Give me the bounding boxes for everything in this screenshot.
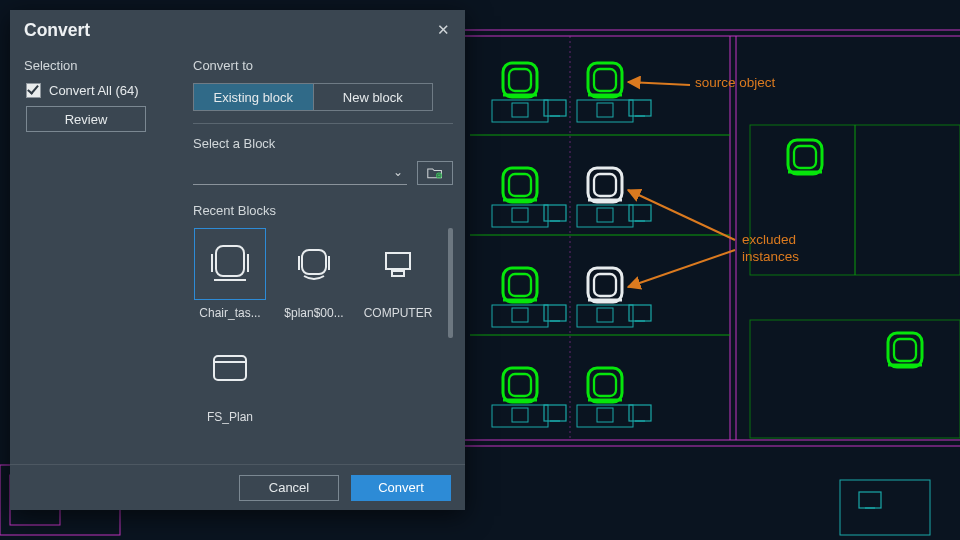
dialog-titlebar: Convert ✕: [10, 10, 465, 50]
recent-block-tile[interactable]: FS_Plan: [193, 332, 267, 424]
convert-button[interactable]: Convert: [351, 475, 451, 501]
toggle-new-block[interactable]: New block: [313, 84, 433, 110]
cancel-button[interactable]: Cancel: [239, 475, 339, 501]
recent-block-label: COMPUTER: [362, 306, 434, 320]
select-block-heading: Select a Block: [193, 134, 453, 151]
convert-to-panel: Convert to Existing block New block Sele…: [193, 56, 453, 464]
convert-dialog: Convert ✕ Selection Convert All (64) Rev…: [10, 10, 465, 510]
svg-rect-40: [214, 356, 246, 380]
svg-rect-38: [386, 253, 410, 269]
table-icon: [210, 350, 250, 386]
selection-heading: Selection: [24, 56, 179, 73]
recent-block-label: $plan$00...: [278, 306, 350, 320]
folder-plus-icon: [427, 166, 443, 180]
svg-line-27: [628, 250, 735, 287]
recent-block-label: FS_Plan: [194, 410, 266, 424]
recent-block-tile[interactable]: COMPUTER: [361, 228, 435, 320]
svg-rect-16: [750, 320, 960, 438]
svg-rect-31: [216, 246, 244, 276]
svg-line-26: [628, 190, 735, 240]
convert-all-label: Convert All (64): [49, 83, 139, 98]
svg-line-25: [628, 82, 690, 85]
chevron-down-icon: ⌄: [393, 165, 403, 179]
svg-rect-24: [840, 480, 930, 535]
browse-block-button[interactable]: [417, 161, 453, 185]
chair-icon: [210, 242, 250, 286]
scrollbar-thumb[interactable]: [448, 228, 453, 338]
convert-to-toggle: Existing block New block: [193, 83, 433, 111]
review-button[interactable]: Review: [26, 106, 146, 132]
close-icon[interactable]: ✕: [433, 20, 453, 40]
divider: [193, 123, 453, 124]
recent-block-tile[interactable]: Chair_tas...: [193, 228, 267, 320]
convert-all-checkbox[interactable]: [26, 83, 41, 98]
recent-block-label: Chair_tas...: [194, 306, 266, 320]
chair-icon: [296, 244, 332, 284]
svg-rect-39: [392, 271, 404, 276]
block-combobox[interactable]: ⌄: [193, 161, 407, 185]
recent-blocks-heading: Recent Blocks: [193, 201, 453, 218]
dialog-footer: Cancel Convert: [10, 464, 465, 510]
dialog-title: Convert: [24, 20, 90, 41]
computer-icon: [383, 249, 413, 279]
recent-block-tile[interactable]: $plan$00...: [277, 228, 351, 320]
svg-rect-35: [302, 250, 326, 274]
convert-to-heading: Convert to: [193, 56, 453, 73]
recent-blocks-area: Chair_tas... $plan$00...: [193, 226, 453, 464]
selection-panel: Selection Convert All (64) Review: [24, 56, 179, 464]
toggle-existing-block[interactable]: Existing block: [194, 84, 313, 110]
